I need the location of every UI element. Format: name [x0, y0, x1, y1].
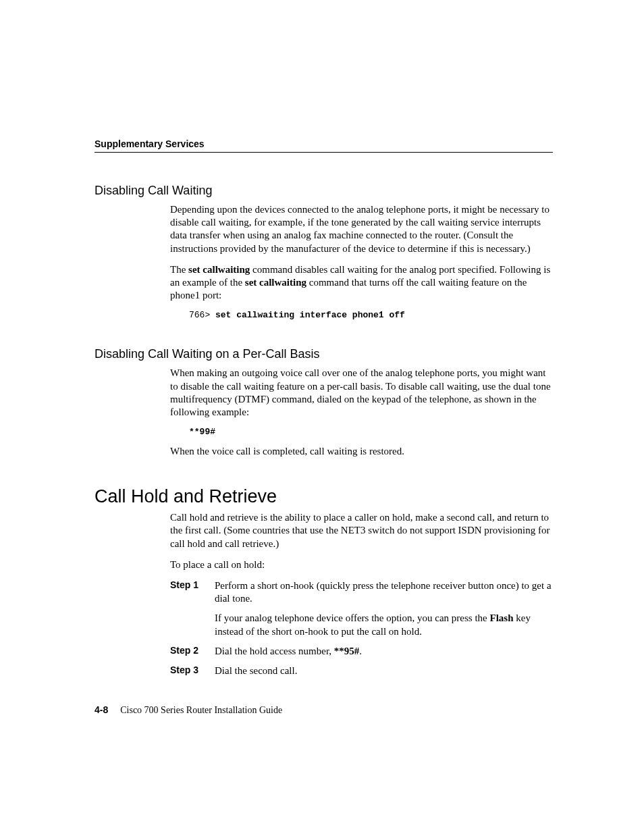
text: Dial the hold access number,	[215, 646, 334, 656]
page-number: 4-8	[95, 704, 108, 715]
text: .	[359, 646, 362, 656]
paragraph: The set callwaiting command disables cal…	[170, 263, 553, 303]
section-body: Depending upon the devices connected to …	[170, 203, 553, 320]
paragraph: Call hold and retrieve is the ability to…	[170, 511, 553, 550]
step-text: Perform a short on-hook (quickly press t…	[215, 579, 553, 605]
footer-title: Cisco 700 Series Router Installation Gui…	[120, 705, 282, 715]
step-text: Dial the second call.	[215, 664, 553, 677]
paragraph: To place a call on hold:	[170, 558, 553, 571]
section-body: Call hold and retrieve is the ability to…	[170, 511, 553, 571]
command-name: set callwaiting	[188, 264, 250, 275]
section-body: When making an outgoing voice call over …	[170, 367, 553, 458]
step-text: Dial the hold access number, **95#.	[215, 645, 553, 658]
heading-call-hold-retrieve: Call Hold and Retrieve	[95, 486, 553, 507]
page-footer: 4-8Cisco 700 Series Router Installation …	[95, 704, 282, 716]
step-row: Step 1 Perform a short on-hook (quickly …	[170, 579, 553, 605]
code-command: **99#	[189, 427, 215, 437]
step-list: Step 1 Perform a short on-hook (quickly …	[170, 579, 553, 677]
key-name: Flash	[490, 613, 514, 623]
text: The	[170, 264, 188, 275]
code-command: set callwaiting interface phone1 off	[215, 310, 405, 320]
step-label: Step 3	[170, 664, 215, 677]
heading-disabling-per-call: Disabling Call Waiting on a Per-Call Bas…	[95, 347, 553, 361]
heading-disabling-call-waiting: Disabling Call Waiting	[95, 184, 553, 198]
code-example: **99#	[189, 427, 553, 437]
step-label: Step 2	[170, 645, 215, 658]
code-example: 766> set callwaiting interface phone1 of…	[189, 310, 553, 320]
page: Supplementary Services Disabling Call Wa…	[0, 0, 644, 834]
text: If your analog telephone device offers t…	[215, 613, 490, 623]
code-inline: **95#	[334, 646, 360, 656]
command-name: set callwaiting	[245, 277, 306, 288]
paragraph: When making an outgoing voice call over …	[170, 367, 553, 419]
paragraph: When the voice call is completed, call w…	[170, 445, 553, 458]
running-header: Supplementary Services	[95, 138, 553, 153]
step-row: Step 3 Dial the second call.	[170, 664, 553, 677]
step-row: Step 2 Dial the hold access number, **95…	[170, 645, 553, 658]
step-subtext: If your analog telephone device offers t…	[215, 612, 553, 637]
step-label: Step 1	[170, 579, 215, 605]
paragraph: Depending upon the devices connected to …	[170, 203, 553, 255]
code-prompt: 766>	[189, 310, 215, 320]
